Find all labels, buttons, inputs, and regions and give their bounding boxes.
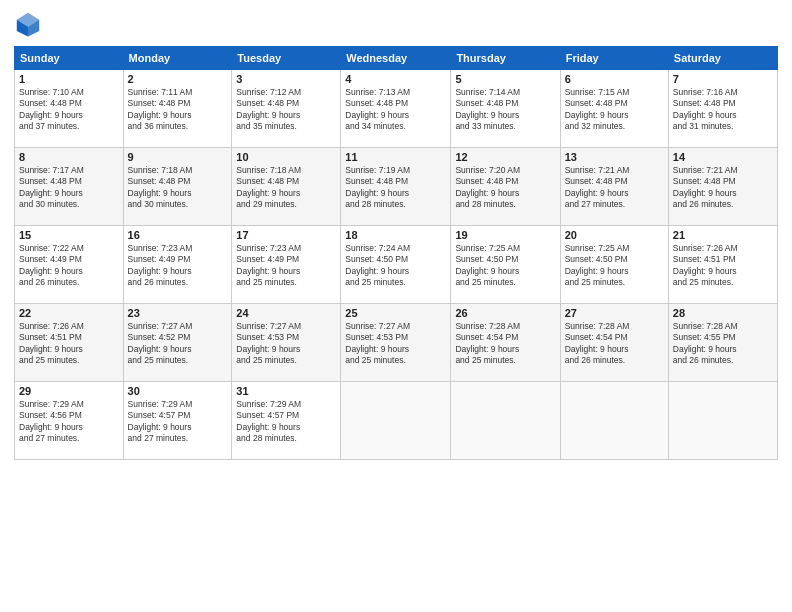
calendar-cell: 23Sunrise: 7:27 AM Sunset: 4:52 PM Dayli… xyxy=(123,304,232,382)
calendar-cell: 20Sunrise: 7:25 AM Sunset: 4:50 PM Dayli… xyxy=(560,226,668,304)
day-info: Sunrise: 7:26 AM Sunset: 4:51 PM Dayligh… xyxy=(673,243,773,289)
day-number: 31 xyxy=(236,385,336,397)
calendar-table: SundayMondayTuesdayWednesdayThursdayFrid… xyxy=(14,46,778,460)
day-info: Sunrise: 7:16 AM Sunset: 4:48 PM Dayligh… xyxy=(673,87,773,133)
day-info: Sunrise: 7:28 AM Sunset: 4:54 PM Dayligh… xyxy=(565,321,664,367)
day-number: 13 xyxy=(565,151,664,163)
day-info: Sunrise: 7:13 AM Sunset: 4:48 PM Dayligh… xyxy=(345,87,446,133)
calendar-cell: 26Sunrise: 7:28 AM Sunset: 4:54 PM Dayli… xyxy=(451,304,560,382)
col-header-monday: Monday xyxy=(123,47,232,70)
day-info: Sunrise: 7:23 AM Sunset: 4:49 PM Dayligh… xyxy=(236,243,336,289)
day-info: Sunrise: 7:27 AM Sunset: 4:53 PM Dayligh… xyxy=(236,321,336,367)
day-info: Sunrise: 7:28 AM Sunset: 4:54 PM Dayligh… xyxy=(455,321,555,367)
day-number: 9 xyxy=(128,151,228,163)
calendar-cell: 25Sunrise: 7:27 AM Sunset: 4:53 PM Dayli… xyxy=(341,304,451,382)
week-row-1: 1Sunrise: 7:10 AM Sunset: 4:48 PM Daylig… xyxy=(15,70,778,148)
day-info: Sunrise: 7:12 AM Sunset: 4:48 PM Dayligh… xyxy=(236,87,336,133)
day-info: Sunrise: 7:21 AM Sunset: 4:48 PM Dayligh… xyxy=(565,165,664,211)
calendar-cell: 10Sunrise: 7:18 AM Sunset: 4:48 PM Dayli… xyxy=(232,148,341,226)
day-info: Sunrise: 7:15 AM Sunset: 4:48 PM Dayligh… xyxy=(565,87,664,133)
day-number: 28 xyxy=(673,307,773,319)
calendar-cell: 31Sunrise: 7:29 AM Sunset: 4:57 PM Dayli… xyxy=(232,382,341,460)
day-number: 15 xyxy=(19,229,119,241)
col-header-friday: Friday xyxy=(560,47,668,70)
calendar-cell: 17Sunrise: 7:23 AM Sunset: 4:49 PM Dayli… xyxy=(232,226,341,304)
calendar-cell: 2Sunrise: 7:11 AM Sunset: 4:48 PM Daylig… xyxy=(123,70,232,148)
calendar-cell: 18Sunrise: 7:24 AM Sunset: 4:50 PM Dayli… xyxy=(341,226,451,304)
calendar-cell: 11Sunrise: 7:19 AM Sunset: 4:48 PM Dayli… xyxy=(341,148,451,226)
day-number: 23 xyxy=(128,307,228,319)
calendar-cell: 3Sunrise: 7:12 AM Sunset: 4:48 PM Daylig… xyxy=(232,70,341,148)
calendar-cell: 27Sunrise: 7:28 AM Sunset: 4:54 PM Dayli… xyxy=(560,304,668,382)
day-info: Sunrise: 7:18 AM Sunset: 4:48 PM Dayligh… xyxy=(128,165,228,211)
day-info: Sunrise: 7:25 AM Sunset: 4:50 PM Dayligh… xyxy=(565,243,664,289)
day-number: 27 xyxy=(565,307,664,319)
day-info: Sunrise: 7:20 AM Sunset: 4:48 PM Dayligh… xyxy=(455,165,555,211)
calendar-cell: 6Sunrise: 7:15 AM Sunset: 4:48 PM Daylig… xyxy=(560,70,668,148)
week-row-2: 8Sunrise: 7:17 AM Sunset: 4:48 PM Daylig… xyxy=(15,148,778,226)
calendar-cell xyxy=(451,382,560,460)
week-row-4: 22Sunrise: 7:26 AM Sunset: 4:51 PM Dayli… xyxy=(15,304,778,382)
day-number: 16 xyxy=(128,229,228,241)
day-number: 6 xyxy=(565,73,664,85)
day-number: 10 xyxy=(236,151,336,163)
calendar-cell: 24Sunrise: 7:27 AM Sunset: 4:53 PM Dayli… xyxy=(232,304,341,382)
calendar-cell: 7Sunrise: 7:16 AM Sunset: 4:48 PM Daylig… xyxy=(668,70,777,148)
calendar-cell: 16Sunrise: 7:23 AM Sunset: 4:49 PM Dayli… xyxy=(123,226,232,304)
col-header-tuesday: Tuesday xyxy=(232,47,341,70)
day-info: Sunrise: 7:29 AM Sunset: 4:57 PM Dayligh… xyxy=(236,399,336,445)
week-row-5: 29Sunrise: 7:29 AM Sunset: 4:56 PM Dayli… xyxy=(15,382,778,460)
day-info: Sunrise: 7:29 AM Sunset: 4:57 PM Dayligh… xyxy=(128,399,228,445)
column-header-row: SundayMondayTuesdayWednesdayThursdayFrid… xyxy=(15,47,778,70)
calendar-cell: 12Sunrise: 7:20 AM Sunset: 4:48 PM Dayli… xyxy=(451,148,560,226)
day-number: 1 xyxy=(19,73,119,85)
calendar-cell xyxy=(668,382,777,460)
calendar-cell: 29Sunrise: 7:29 AM Sunset: 4:56 PM Dayli… xyxy=(15,382,124,460)
day-info: Sunrise: 7:14 AM Sunset: 4:48 PM Dayligh… xyxy=(455,87,555,133)
day-info: Sunrise: 7:19 AM Sunset: 4:48 PM Dayligh… xyxy=(345,165,446,211)
calendar-cell: 15Sunrise: 7:22 AM Sunset: 4:49 PM Dayli… xyxy=(15,226,124,304)
day-info: Sunrise: 7:28 AM Sunset: 4:55 PM Dayligh… xyxy=(673,321,773,367)
day-info: Sunrise: 7:24 AM Sunset: 4:50 PM Dayligh… xyxy=(345,243,446,289)
calendar-cell: 14Sunrise: 7:21 AM Sunset: 4:48 PM Dayli… xyxy=(668,148,777,226)
calendar-cell: 30Sunrise: 7:29 AM Sunset: 4:57 PM Dayli… xyxy=(123,382,232,460)
day-number: 17 xyxy=(236,229,336,241)
day-info: Sunrise: 7:17 AM Sunset: 4:48 PM Dayligh… xyxy=(19,165,119,211)
col-header-saturday: Saturday xyxy=(668,47,777,70)
calendar-cell: 13Sunrise: 7:21 AM Sunset: 4:48 PM Dayli… xyxy=(560,148,668,226)
col-header-sunday: Sunday xyxy=(15,47,124,70)
day-info: Sunrise: 7:26 AM Sunset: 4:51 PM Dayligh… xyxy=(19,321,119,367)
day-info: Sunrise: 7:11 AM Sunset: 4:48 PM Dayligh… xyxy=(128,87,228,133)
day-number: 2 xyxy=(128,73,228,85)
logo xyxy=(14,10,46,38)
calendar-cell: 5Sunrise: 7:14 AM Sunset: 4:48 PM Daylig… xyxy=(451,70,560,148)
day-number: 25 xyxy=(345,307,446,319)
calendar-cell xyxy=(341,382,451,460)
day-number: 20 xyxy=(565,229,664,241)
day-number: 12 xyxy=(455,151,555,163)
calendar-cell: 1Sunrise: 7:10 AM Sunset: 4:48 PM Daylig… xyxy=(15,70,124,148)
day-info: Sunrise: 7:23 AM Sunset: 4:49 PM Dayligh… xyxy=(128,243,228,289)
day-number: 7 xyxy=(673,73,773,85)
logo-icon xyxy=(14,10,42,38)
calendar-cell xyxy=(560,382,668,460)
day-number: 26 xyxy=(455,307,555,319)
calendar-cell: 9Sunrise: 7:18 AM Sunset: 4:48 PM Daylig… xyxy=(123,148,232,226)
day-number: 22 xyxy=(19,307,119,319)
day-number: 14 xyxy=(673,151,773,163)
header-row xyxy=(14,10,778,38)
day-info: Sunrise: 7:10 AM Sunset: 4:48 PM Dayligh… xyxy=(19,87,119,133)
day-number: 21 xyxy=(673,229,773,241)
day-number: 5 xyxy=(455,73,555,85)
day-number: 11 xyxy=(345,151,446,163)
calendar-container: SundayMondayTuesdayWednesdayThursdayFrid… xyxy=(0,0,792,468)
day-number: 18 xyxy=(345,229,446,241)
day-number: 29 xyxy=(19,385,119,397)
day-number: 19 xyxy=(455,229,555,241)
day-info: Sunrise: 7:21 AM Sunset: 4:48 PM Dayligh… xyxy=(673,165,773,211)
day-info: Sunrise: 7:27 AM Sunset: 4:52 PM Dayligh… xyxy=(128,321,228,367)
day-info: Sunrise: 7:29 AM Sunset: 4:56 PM Dayligh… xyxy=(19,399,119,445)
calendar-body: 1Sunrise: 7:10 AM Sunset: 4:48 PM Daylig… xyxy=(15,70,778,460)
day-number: 4 xyxy=(345,73,446,85)
day-number: 3 xyxy=(236,73,336,85)
